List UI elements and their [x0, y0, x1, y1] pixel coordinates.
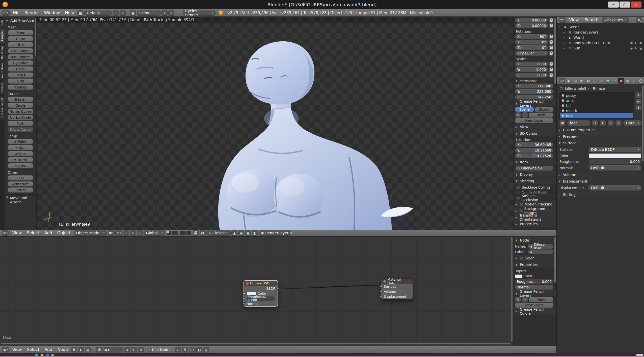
- normal-input-socket[interactable]: [243, 302, 245, 305]
- snap-toggle-button[interactable]: [182, 347, 188, 352]
- editor-type-button[interactable]: ◉▾: [2, 347, 9, 352]
- bsdf-output-socket[interactable]: [276, 287, 279, 290]
- surface-shader-select[interactable]: Diffuse BSDF▾: [588, 147, 641, 152]
- background-images-panel-header[interactable]: ►Background Images: [514, 208, 556, 214]
- node-editor-canvas[interactable]: Diffuse BSDF BSDF Color Roughness: 0.000…: [0, 236, 557, 346]
- color-panel-header[interactable]: ►Color: [514, 255, 556, 261]
- add-mesh-button[interactable]: Cylinder: [8, 60, 33, 66]
- add-mesh-button[interactable]: Plane: [8, 30, 33, 35]
- gp-add-button[interactable]: +: [522, 297, 528, 302]
- roughness-input-socket[interactable]: [243, 297, 245, 300]
- add-lamp-sun-button[interactable]: ☀Sun: [8, 145, 33, 150]
- viewport-3d[interactable]: Time:00:52.23 | Mem:117.79M, Peak:141.77…: [37, 17, 514, 230]
- roughness-slider[interactable]: Roughness: 0.000: [247, 296, 275, 301]
- scale-y-field[interactable]: Y:1.000: [515, 67, 548, 72]
- paste-nodes-button[interactable]: ▥: [203, 347, 209, 352]
- dimensions-x-field[interactable]: X:117.386: [515, 83, 553, 88]
- outliner-search-menu[interactable]: Search: [582, 18, 601, 22]
- add-lamp-spot-button[interactable]: ◢Spot: [8, 151, 33, 156]
- disclosure-icon[interactable]: ▸: [564, 36, 567, 39]
- add-curve-button[interactable]: Circle: [8, 103, 33, 108]
- tool-shelf-tab[interactable]: Create: [0, 29, 5, 43]
- add-lamp-hemi-button[interactable]: ◓Hemi: [8, 157, 33, 162]
- gp-new-button[interactable]: New: [529, 297, 553, 302]
- disclosure-icon[interactable]: ▸: [564, 47, 567, 49]
- depth-of-field-row[interactable]: Depth Of Field: [515, 190, 553, 195]
- preview-panel-header[interactable]: ►Preview: [557, 133, 644, 139]
- rotation-y-field[interactable]: Y:-0°: [515, 40, 548, 45]
- outliner-row-sun[interactable]: ▸ ☀ Sun ◉ ➤ ▣: [557, 45, 644, 51]
- taskbar-icon[interactable]: [41, 354, 43, 356]
- tab-data-icon[interactable]: ▽: [612, 78, 618, 84]
- cursor-panel-header[interactable]: ▼3D Cursor: [514, 130, 556, 136]
- grease-pencil-panel-header[interactable]: ▼Grease Pencil Layers: [514, 100, 556, 106]
- material-slot-row[interactable]: face: [560, 113, 633, 118]
- add-other-button[interactable]: Armature: [8, 181, 33, 187]
- tab-world-icon[interactable]: ◐: [585, 78, 591, 84]
- manipulator-rotate-button[interactable]: ↻: [130, 230, 136, 236]
- normal-select[interactable]: Default▾: [588, 165, 641, 171]
- lock-rotation-y-button[interactable]: [549, 40, 553, 45]
- checkbox[interactable]: [520, 202, 523, 206]
- tab-modifiers-icon[interactable]: ✱: [605, 78, 611, 84]
- move-attach-panel-header[interactable]: ▼Move and Attach: [5, 194, 36, 205]
- taskbar-icon[interactable]: [35, 354, 38, 356]
- layers-widget[interactable]: [167, 231, 191, 235]
- use-nodes-checkbox[interactable]: ✓: [148, 348, 151, 351]
- disclosure-icon[interactable]: ▸: [564, 31, 567, 34]
- visibility-eye-icon[interactable]: ◉: [630, 46, 633, 50]
- custom-properties-panel-header[interactable]: ►Custom Properties: [557, 127, 644, 133]
- add-curve-button[interactable]: Path: [8, 121, 33, 126]
- menu-item[interactable]: Render: [22, 11, 41, 15]
- snap-element-button[interactable]: ◇▾: [189, 347, 196, 352]
- checkbox[interactable]: [516, 191, 520, 194]
- gp-new-layer-button[interactable]: New Layer: [515, 118, 553, 123]
- rotation-z-field[interactable]: Z:0°: [515, 45, 548, 50]
- lock-rotation-z-button[interactable]: [549, 45, 553, 50]
- outliner-view-menu[interactable]: View: [567, 18, 581, 22]
- volume-panel-header[interactable]: ►Volume: [557, 172, 644, 177]
- node-editor-hscrollbar[interactable]: [1, 343, 510, 344]
- users-count-button[interactable]: 3: [124, 347, 130, 352]
- node-name-field[interactable]: ◉Diffuse BSDF: [528, 244, 553, 249]
- tool-shelf-scrollbar[interactable]: [35, 18, 36, 56]
- scale-z-field[interactable]: Z:1.000: [515, 73, 548, 78]
- checkbox[interactable]: [516, 196, 520, 200]
- tab-constraints-icon[interactable]: ∞: [599, 78, 604, 84]
- menu-item[interactable]: View: [10, 231, 24, 235]
- material-name-field[interactable]: face: [567, 120, 590, 126]
- render-anim-button[interactable]: ◧: [252, 230, 258, 236]
- copy-nodes-button[interactable]: ◧: [196, 347, 202, 352]
- maximize-button[interactable]: ▢: [620, 2, 630, 8]
- surface-panel-header[interactable]: ▼Surface: [557, 140, 644, 146]
- menu-item[interactable]: Node: [55, 348, 70, 352]
- selectability-arrow-icon[interactable]: ➤: [635, 41, 637, 45]
- add-mesh-button[interactable]: Ico Sphere: [8, 54, 33, 60]
- settings-panel-header[interactable]: ►Settings: [557, 192, 644, 197]
- render-opengl-button[interactable]: ▣: [245, 230, 251, 236]
- gp-layers-panel-header[interactable]: ▼Grease Pencil Layers: [514, 290, 556, 296]
- shader-tree-type-button[interactable]: [71, 347, 77, 352]
- selectability-arrow-icon[interactable]: ➤: [635, 46, 637, 50]
- taskbar-icon[interactable]: [51, 354, 54, 356]
- add-curve-button[interactable]: Bezier: [8, 97, 33, 102]
- sidebar-scrollbar[interactable]: [554, 18, 556, 84]
- pencil-icon-button[interactable]: ✎: [515, 297, 521, 302]
- ambient-occlusion-row[interactable]: Ambient Occlusion: [515, 195, 553, 200]
- scene-browse-button[interactable]: ▤: [130, 10, 136, 16]
- menu-item[interactable]: Window: [41, 11, 62, 15]
- scale-x-field[interactable]: X:1.000: [515, 62, 548, 67]
- editor-type-button[interactable]: ⓘ▾: [2, 10, 10, 16]
- properties-scrollbar[interactable]: [642, 86, 643, 161]
- layout-delete-button[interactable]: ×: [120, 10, 126, 16]
- layout-add-button[interactable]: +: [113, 10, 119, 16]
- material-slot-row[interactable]: tail: [560, 103, 633, 108]
- roughness-slider[interactable]: 0.000: [588, 159, 641, 164]
- motion-tracking-panel-header[interactable]: ►Motion Tracking: [514, 201, 556, 207]
- outliner-row-world[interactable]: ▸ ◐ World: [557, 35, 644, 40]
- outliner-row-rootnode[interactable]: ▸ ◇ RootNode.001 ▪◦▪◦ ◉ ➤ ▣: [557, 40, 644, 45]
- material-name-field[interactable]: face: [96, 347, 123, 352]
- outliner-row-scene[interactable]: ▾ ◉ Scene: [557, 24, 644, 29]
- remove-slot-button[interactable]: −: [635, 99, 641, 104]
- close-button[interactable]: ×: [631, 2, 641, 8]
